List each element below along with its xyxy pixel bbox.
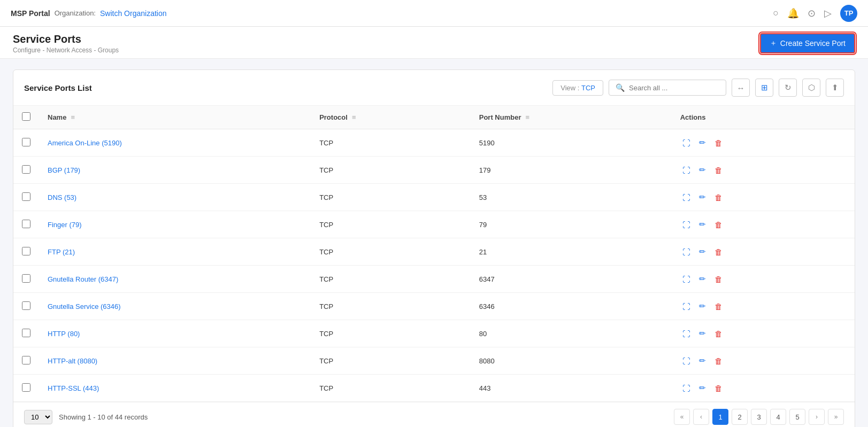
edit-icon-3[interactable]: ✏ [697,218,708,231]
select-all-checkbox[interactable] [22,112,30,121]
row-name-9[interactable]: HTTP-SSL (443) [39,375,311,402]
row-checkbox-3[interactable] [22,220,30,228]
page-3-btn[interactable]: 3 [751,409,767,425]
first-page-btn[interactable]: « [674,409,690,425]
row-checkbox-1[interactable] [22,165,30,174]
search-icon: 🔍 [616,83,625,92]
per-page-dropdown[interactable]: 10 25 50 [24,410,52,424]
delete-icon-3[interactable]: 🗑 [712,218,725,231]
create-btn-icon: ＋ [770,38,777,48]
expand-icon-7[interactable]: ⛶ [680,327,693,340]
actions-column-header: Actions [672,106,855,129]
table-wrap: Name ≡ Protocol ≡ Port N [13,106,855,402]
name-sort-icon[interactable]: ≡ [71,113,75,121]
row-checkbox-2[interactable] [22,192,30,201]
row-name-1[interactable]: BGP (179) [39,157,311,184]
protocol-sort-icon[interactable]: ≡ [352,113,356,121]
breadcrumb-configure[interactable]: Configure [13,46,41,54]
edit-icon-8[interactable]: ✏ [697,354,708,368]
row-name-0[interactable]: America On-Line (5190) [39,129,311,157]
create-btn-label: Create Service Port [780,39,846,48]
edit-icon-7[interactable]: ✏ [697,327,708,340]
pagination-left: 10 25 50 Showing 1 - 10 of 44 records [24,410,148,424]
breadcrumb-sep1: - [42,46,46,54]
row-checkbox-5[interactable] [22,274,30,283]
pagination-row: 10 25 50 Showing 1 - 10 of 44 records « … [13,402,855,427]
refresh-icon-btn[interactable]: ↻ [779,79,797,97]
create-service-port-button[interactable]: ＋ Create Service Port [760,33,855,53]
columns-icon-btn[interactable]: ⊞ [755,79,773,97]
expand-icon-2[interactable]: ⛶ [680,191,693,204]
breadcrumb-groups[interactable]: Groups [98,46,119,54]
bell-icon[interactable]: 🔔 [787,7,799,19]
delete-icon-9[interactable]: 🗑 [712,382,725,395]
row-name-8[interactable]: HTTP-alt (8080) [39,347,311,375]
next-page-btn[interactable]: › [809,409,825,425]
switch-org-link[interactable]: Switch Organization [100,9,167,18]
delete-icon-4[interactable]: 🗑 [712,245,725,259]
checkbox-header [13,106,39,129]
user-avatar[interactable]: TP [840,5,857,22]
collapse-expand-icon-btn[interactable]: ↔ [732,79,750,97]
refresh-icon: ↻ [785,83,792,92]
row-checkbox-9[interactable] [22,383,30,392]
delete-icon-5[interactable]: 🗑 [712,273,725,286]
row-port-7: 80 [471,320,672,347]
row-name-7[interactable]: HTTP (80) [39,320,311,347]
edit-icon-5[interactable]: ✏ [697,272,708,286]
delete-icon-7[interactable]: 🗑 [712,327,725,340]
table-row: Gnutella Router (6347) TCP 6347 ⛶ ✏ 🗑 [13,266,855,293]
row-checkbox-0[interactable] [22,138,30,146]
external-link-icon-btn[interactable]: ⬡ [802,79,820,97]
last-page-btn[interactable]: » [828,409,844,425]
card-header-right: View : TCP 🔍 ↔ ⊞ ↻ ⬡ [552,79,844,97]
expand-icon-1[interactable]: ⛶ [680,164,693,177]
delete-icon-2[interactable]: 🗑 [712,191,725,204]
expand-icon-3[interactable]: ⛶ [680,218,693,231]
delete-icon-6[interactable]: 🗑 [712,300,725,313]
external-link-icon: ⬡ [808,83,815,92]
expand-icon-0[interactable]: ⛶ [680,136,693,150]
edit-icon-2[interactable]: ✏ [697,190,708,204]
expand-icon-9[interactable]: ⛶ [680,382,693,395]
search-nav-icon[interactable]: ○ [773,7,779,19]
nav-arrow-icon[interactable]: ▷ [824,7,832,19]
help-icon[interactable]: ⊙ [808,7,816,19]
row-actions-8: ⛶ ✏ 🗑 [672,347,855,375]
expand-icon-6[interactable]: ⛶ [680,300,693,313]
expand-icon-5[interactable]: ⛶ [680,273,693,286]
delete-icon-0[interactable]: 🗑 [712,136,725,150]
edit-icon-0[interactable]: ✏ [697,136,708,150]
row-checkbox-8[interactable] [22,356,30,364]
expand-icon-4[interactable]: ⛶ [680,245,693,259]
search-input[interactable] [629,84,719,92]
row-name-6[interactable]: Gnutella Service (6346) [39,293,311,320]
edit-icon-1[interactable]: ✏ [697,163,708,177]
page-5-btn[interactable]: 5 [789,409,805,425]
edit-icon-4[interactable]: ✏ [697,245,708,259]
breadcrumb-network-access[interactable]: Network Access [47,46,92,54]
edit-icon-6[interactable]: ✏ [697,299,708,313]
expand-icon-8[interactable]: ⛶ [680,354,693,368]
top-nav: MSP Portal Organization: Switch Organiza… [0,0,868,27]
row-checkbox-7[interactable] [22,329,30,337]
row-checkbox-4[interactable] [22,247,30,255]
row-name-4[interactable]: FTP (21) [39,238,311,266]
page-1-btn[interactable]: 1 [712,409,728,425]
page-4-btn[interactable]: 4 [770,409,786,425]
prev-page-btn[interactable]: ‹ [693,409,709,425]
row-checkbox-6[interactable] [22,301,30,310]
port-sort-icon[interactable]: ≡ [525,113,529,121]
row-name-5[interactable]: Gnutella Router (6347) [39,266,311,293]
protocol-column-header: Protocol ≡ [311,106,471,129]
upload-icon-btn[interactable]: ⬆ [826,79,844,97]
table-row: HTTP (80) TCP 80 ⛶ ✏ 🗑 [13,320,855,347]
view-tcp-button[interactable]: View : TCP [552,80,603,96]
delete-icon-8[interactable]: 🗑 [712,354,725,368]
row-name-3[interactable]: Finger (79) [39,211,311,238]
port-column-header: Port Number ≡ [471,106,672,129]
delete-icon-1[interactable]: 🗑 [712,164,725,177]
row-name-2[interactable]: DNS (53) [39,184,311,211]
page-2-btn[interactable]: 2 [732,409,748,425]
edit-icon-9[interactable]: ✏ [697,381,708,395]
